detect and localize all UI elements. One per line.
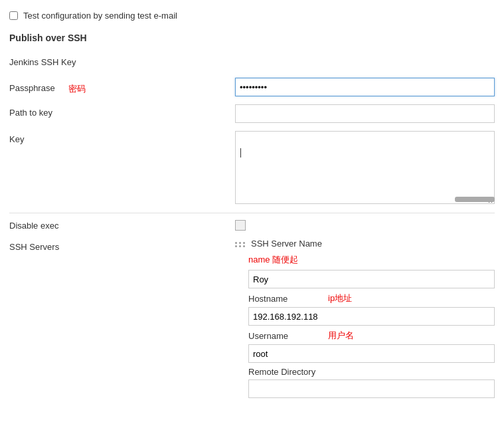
username-label-row: Username 用户名 [248, 330, 495, 342]
disable-exec-checkbox[interactable] [235, 220, 246, 231]
username-input[interactable] [248, 344, 495, 363]
remote-dir-label: Remote Directory [248, 367, 328, 377]
key-textarea[interactable] [235, 131, 495, 204]
key-label: Key [9, 134, 24, 144]
drag-dot [239, 245, 241, 247]
drag-dot [239, 242, 241, 244]
drag-dot [243, 245, 245, 247]
drag-dot [235, 245, 237, 247]
publish-over-ssh-title: Publish over SSH [0, 29, 504, 50]
ssh-servers-content: SSH Server Name name 随便起 Hostname ip地址 [235, 239, 495, 402]
ssh-server-name-input[interactable] [248, 270, 495, 288]
ssh-fields: name 随便起 Hostname ip地址 Username 用户名 [235, 254, 495, 398]
path-to-key-input[interactable] [235, 104, 495, 123]
username-label: Username [248, 331, 328, 341]
path-to-key-control [235, 104, 495, 123]
path-to-key-row: Path to key [0, 100, 504, 127]
key-textarea-wrap [235, 131, 495, 206]
hostname-label-row: Hostname ip地址 [248, 292, 495, 304]
remote-dir-label-row: Remote Directory [248, 367, 495, 377]
ssh-server-header: SSH Server Name [235, 239, 495, 249]
drag-handle[interactable] [235, 241, 246, 247]
username-field-row [248, 344, 495, 363]
username-annotation: 用户名 [328, 330, 354, 342]
disable-exec-label: Disable exec [9, 221, 235, 231]
top-checkbox-row: Test configuration by sending test e-mai… [0, 7, 504, 25]
key-row: Key [0, 127, 504, 210]
drag-dot [235, 242, 237, 244]
key-control [235, 131, 495, 206]
hostname-annotation: ip地址 [328, 292, 352, 304]
ssh-server-name-header-label: SSH Server Name [251, 239, 322, 249]
name-annotation: name 随便起 [248, 254, 298, 266]
ssh-name-field-row [248, 270, 495, 288]
passphrase-input[interactable] [235, 78, 495, 96]
hostname-label: Hostname [248, 294, 328, 304]
test-config-label: Test configuration by sending test e-mai… [23, 11, 177, 21]
passphrase-label-wrap: Passphrase 密码 [9, 78, 235, 95]
hostname-field-row [248, 307, 495, 326]
drag-dots [235, 242, 246, 247]
passphrase-row: Passphrase 密码 [0, 74, 504, 100]
ssh-servers-section: SSH Servers SSH Server Name [0, 235, 504, 406]
passphrase-annotation: 密码 [68, 81, 86, 95]
key-label-wrap: Key [9, 131, 235, 144]
ssh-servers-label: SSH Servers [9, 239, 235, 252]
path-to-key-label: Path to key [9, 104, 235, 118]
test-config-checkbox[interactable] [9, 11, 18, 20]
jenkins-ssh-key-label: Jenkins SSH Key [9, 54, 235, 67]
passphrase-control [235, 78, 495, 96]
disable-exec-row: Disable exec [0, 216, 504, 235]
remote-dir-input[interactable] [248, 379, 495, 398]
page-container: Test configuration by sending test e-mai… [0, 0, 504, 413]
cursor-indicator [240, 148, 241, 158]
hostname-input[interactable] [248, 307, 495, 326]
drag-dot [243, 242, 245, 244]
ssh-name-row: name 随便起 [248, 254, 495, 266]
passphrase-label: Passphrase [9, 83, 55, 93]
jenkins-ssh-key-row: Jenkins SSH Key [0, 50, 504, 74]
remote-dir-field-row [248, 379, 495, 398]
divider [9, 213, 495, 213]
